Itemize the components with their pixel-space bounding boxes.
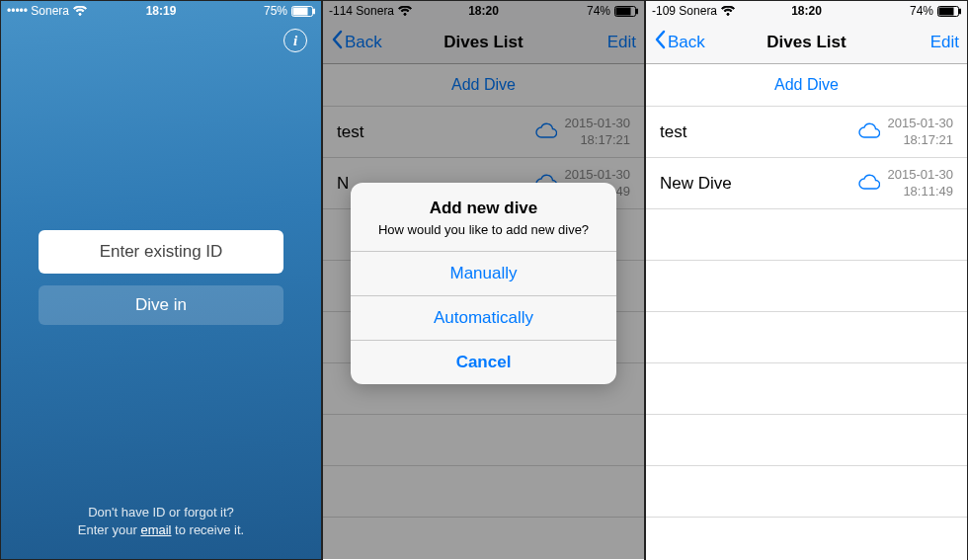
dive-in-button[interactable]: Dive in <box>39 285 283 325</box>
footer-help-text: Don't have ID or forgot it? Enter your e… <box>1 504 321 539</box>
wifi-icon <box>721 6 735 16</box>
existing-id-input[interactable]: Enter existing ID <box>39 230 283 274</box>
battery-icon <box>937 6 961 17</box>
back-button[interactable]: Back <box>654 30 705 54</box>
login-form: Enter existing ID Dive in <box>39 230 283 325</box>
nav-bar: Back Dives List Edit <box>646 21 967 64</box>
svg-rect-8 <box>959 9 961 14</box>
add-dive-button[interactable]: Add Dive <box>646 64 967 107</box>
empty-row <box>646 363 967 415</box>
email-link[interactable]: email <box>140 522 171 537</box>
screen-dives-list-alert: -114 Sonera 18:20 74% Back Dives List <box>322 0 645 560</box>
dive-name: test <box>660 122 686 142</box>
battery-pct: 74% <box>910 4 933 18</box>
dive-date: 2015-01-30 <box>888 167 954 183</box>
status-bar: -109 Sonera 18:20 74% <box>646 1 967 21</box>
dive-time: 18:17:21 <box>903 132 953 148</box>
alert-cancel-button[interactable]: Cancel <box>351 340 616 384</box>
add-dive-alert: Add new dive How would you like to add n… <box>351 183 616 384</box>
battery-pct: 75% <box>264 4 287 18</box>
empty-row <box>646 415 967 466</box>
dive-date: 2015-01-30 <box>888 116 954 131</box>
status-bar: ••••• Sonera 18:19 75% <box>1 1 321 21</box>
cloud-icon <box>858 174 880 194</box>
dives-list: Add Dive test 2015-01-30 18:17:21 New Di… <box>646 64 967 560</box>
list-item[interactable]: New Dive 2015-01-30 18:11:49 <box>646 158 967 209</box>
svg-rect-2 <box>313 9 315 14</box>
info-icon[interactable]: i <box>283 29 307 52</box>
screen-login: ••••• Sonera 18:19 75% i Enter existing … <box>0 0 322 560</box>
list-item[interactable]: test 2015-01-30 18:17:21 <box>646 107 967 158</box>
dive-name: New Dive <box>660 174 732 194</box>
edit-button[interactable]: Edit <box>930 33 959 52</box>
signal-text: ••••• Sonera <box>7 4 69 18</box>
empty-row <box>646 466 967 518</box>
alert-option-manually[interactable]: Manually <box>351 251 616 295</box>
empty-row <box>646 209 967 261</box>
empty-row <box>646 312 967 363</box>
chevron-left-icon <box>654 30 666 54</box>
svg-rect-7 <box>939 8 953 15</box>
dive-time: 18:11:49 <box>903 184 953 200</box>
alert-option-automatically[interactable]: Automatically <box>351 295 616 340</box>
cloud-icon <box>858 122 880 142</box>
battery-icon <box>291 6 315 17</box>
signal-text: -109 Sonera <box>652 4 717 18</box>
svg-rect-1 <box>293 8 307 15</box>
empty-row <box>646 518 967 560</box>
alert-message: How would you like to add new dive? <box>364 222 603 237</box>
wifi-icon <box>73 6 87 16</box>
empty-row <box>646 261 967 312</box>
screen-dives-list: -109 Sonera 18:20 74% Back Dives List Ed… <box>645 0 968 560</box>
alert-title: Add new dive <box>364 199 603 218</box>
